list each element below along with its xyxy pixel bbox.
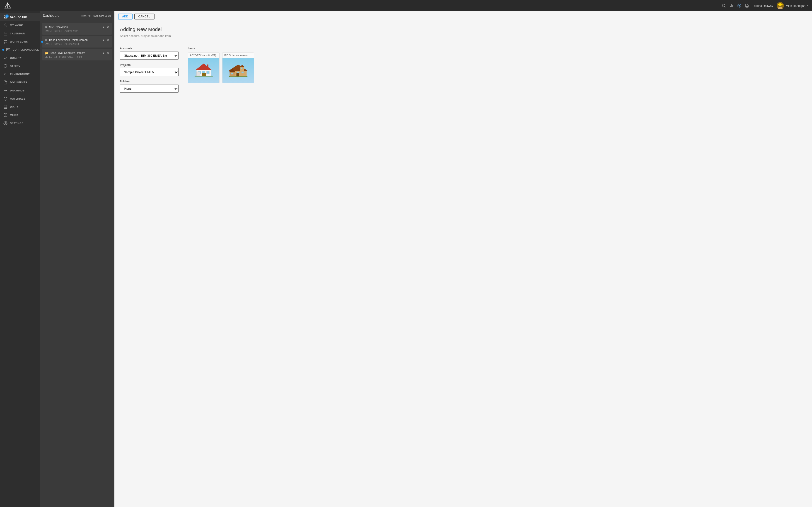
sidebar-item-media-label: MEDIA	[10, 114, 18, 116]
star-icon[interactable]: ★	[102, 39, 105, 42]
svg-rect-39	[202, 73, 206, 76]
sidebar-item-materials[interactable]: MATERIALS	[0, 95, 40, 103]
svg-rect-52	[237, 73, 239, 76]
sidebar-item-dashboard-label: DASHBOARD	[10, 16, 27, 18]
list-item[interactable]: IFC Schependomlaan.if...	[222, 52, 254, 83]
sidebar-item-dashboard[interactable]: 1 DASHBOARD	[0, 13, 40, 21]
card-title: Base Level Walls Reinforcement	[49, 39, 88, 42]
close-icon[interactable]: ✕	[106, 25, 109, 29]
list-item[interactable]: AC20-FZKHaus.ifc (V1)	[188, 52, 219, 83]
sidebar-item-quality[interactable]: QUALITY	[0, 54, 40, 62]
toolbar: ADD CANCEL	[114, 11, 812, 22]
svg-rect-49	[237, 72, 239, 73]
page-subtitle: Select account, project, folder and item	[120, 34, 807, 38]
card-meta: DWG-6 Rev 3.0 02/05/2021	[45, 30, 109, 33]
sidebar-item-correspondence-label: CORRESPONDENCE	[13, 48, 39, 51]
sidebar-item-correspondence[interactable]: CORRESPONDENCE	[0, 46, 40, 54]
table-row[interactable]: 📂 Base Level Concrete Defects ★ ✕ DEFECT…	[42, 49, 112, 60]
close-icon[interactable]: ✕	[106, 38, 109, 42]
table-row[interactable]: 🗎 Base Level Walls Reinforcement ★ ✕ DWG…	[42, 36, 112, 48]
sidebar-item-media[interactable]: MEDIA	[0, 111, 40, 119]
sidebar-item-drawings[interactable]: DRAWINGS	[0, 87, 40, 95]
projects-select-wrapper[interactable]: Sample Project EMEA	[120, 68, 179, 76]
quality-icon	[3, 56, 8, 60]
document-icon[interactable]	[745, 4, 749, 8]
card-title-row: 🗎 Site Excavation	[45, 25, 102, 29]
folders-select-wrapper[interactable]: Plans	[120, 84, 179, 93]
user-info[interactable]: Mike Hannigan ▾	[777, 2, 808, 9]
folders-field: Folders Plans	[120, 80, 179, 93]
items-label: Items	[188, 47, 807, 50]
card-title: Site Excavation	[49, 25, 68, 29]
svg-rect-40	[197, 72, 200, 76]
sidebar-item-settings[interactable]: SETTINGS	[0, 119, 40, 127]
accounts-select-wrapper[interactable]: Glaass.net - BIM 360 EMEA Sar	[120, 51, 179, 60]
card-header: 🗎 Base Level Walls Reinforcement ★ ✕	[45, 38, 109, 42]
sidebar-item-diary[interactable]: DIARY	[0, 103, 40, 111]
svg-rect-19	[4, 18, 5, 19]
environment-icon	[3, 72, 8, 76]
items-section: Items AC20-FZKHaus.ifc (V1)	[188, 47, 807, 97]
card-date: 02/05/2021	[64, 30, 79, 33]
sort-value[interactable]: New to old	[99, 14, 111, 17]
item-label: IFC Schependomlaan.if...	[222, 53, 254, 58]
media-icon	[3, 113, 8, 117]
svg-rect-18	[6, 18, 7, 19]
card-title: Base Level Concrete Defects	[50, 51, 85, 55]
sidebar-item-environment[interactable]: ENVIRONMENT	[0, 70, 40, 78]
app-logo[interactable]	[4, 2, 12, 10]
card-code: DWG-5	[45, 43, 52, 45]
document-type-icon: 🗎	[45, 38, 48, 42]
close-icon[interactable]: ✕	[106, 51, 109, 55]
document-type-icon: 🗎	[45, 25, 48, 29]
item-label: AC20-FZKHaus.ifc (V1)	[188, 53, 219, 58]
table-row[interactable]: 🗎 Site Excavation ★ ✕ DWG-6 Rev 3.0	[42, 23, 112, 35]
folders-select[interactable]: Plans	[120, 84, 179, 93]
svg-point-27	[5, 114, 6, 115]
sidebar-item-materials-label: MATERIALS	[10, 97, 26, 100]
sidebar-item-safety[interactable]: SAFETY	[0, 62, 40, 70]
sidebar-item-settings-label: SETTINGS	[10, 122, 23, 124]
cancel-button[interactable]: CANCEL	[134, 13, 155, 19]
card-rev: Rev 3.0	[54, 43, 62, 45]
card-actions: ★ ✕	[102, 51, 109, 55]
card-date: 13/02/2018	[64, 43, 79, 45]
sort-label: Sort:	[93, 14, 99, 17]
card-tasks: 3/3	[76, 56, 82, 58]
form-fields: Accounts Glaass.net - BIM 360 EMEA Sar P…	[120, 47, 179, 97]
chart-icon[interactable]	[729, 4, 733, 8]
dashboard-badge: 1	[5, 14, 9, 18]
form-section: Accounts Glaass.net - BIM 360 EMEA Sar P…	[120, 47, 807, 97]
sidebar-item-calendar[interactable]: CALENDAR	[0, 30, 40, 38]
projects-select[interactable]: Sample Project EMEA	[120, 68, 179, 76]
my-work-icon	[3, 23, 8, 27]
svg-rect-51	[241, 68, 242, 69]
svg-rect-38	[207, 71, 210, 74]
documents-icon	[3, 80, 8, 84]
search-icon[interactable]	[722, 4, 726, 8]
card-actions: ★ ✕	[102, 25, 109, 29]
filter-value[interactable]: All	[88, 14, 90, 17]
item-preview	[222, 58, 254, 83]
svg-marker-34	[196, 64, 212, 70]
top-navigation: Robina Railway Mike Hannigan ▾	[0, 0, 812, 11]
correspondence-notification-dot	[2, 49, 4, 51]
sidebar-item-workflows[interactable]: WORKFLOWS	[0, 38, 40, 46]
sidebar-item-safety-label: SAFETY	[10, 65, 20, 67]
sidebar-item-documents[interactable]: DOCUMENTS	[0, 78, 40, 87]
star-icon[interactable]: ★	[102, 25, 105, 29]
unread-indicator	[41, 41, 43, 43]
cube-icon[interactable]	[737, 4, 741, 8]
sidebar-item-my-work[interactable]: MY WORK	[0, 21, 40, 30]
accounts-label: Accounts	[120, 47, 179, 50]
sidebar-item-drawings-label: DRAWINGS	[10, 89, 25, 92]
filter-sort: Filter: All Sort: New to old	[81, 14, 111, 17]
sidebar: 1 DASHBOARD MY WORK CALENDAR WORKFLOWS	[0, 11, 40, 507]
star-icon[interactable]: ★	[102, 51, 105, 55]
sidebar-item-quality-label: QUALITY	[10, 57, 22, 59]
accounts-select[interactable]: Glaass.net - BIM 360 EMEA Sar	[120, 52, 179, 60]
svg-rect-50	[242, 72, 244, 73]
accounts-field: Accounts Glaass.net - BIM 360 EMEA Sar	[120, 47, 179, 60]
sidebar-item-diary-label: DIARY	[10, 106, 18, 108]
add-button[interactable]: ADD	[118, 13, 133, 19]
